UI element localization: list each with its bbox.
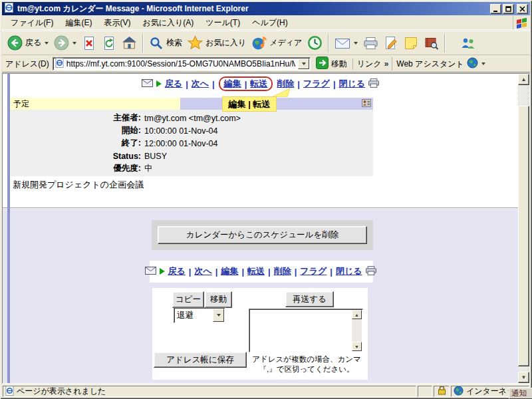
scroll-up-button[interactable]: ▲ bbox=[352, 310, 362, 319]
delete-button-container: カレンダーからこのスケジュールを削除 bbox=[152, 220, 373, 250]
highlight-annotation-box: 編集 | 転送 bbox=[219, 76, 273, 91]
nav-link-close[interactable]: 閉じる bbox=[339, 78, 366, 90]
edit-button[interactable] bbox=[381, 35, 401, 52]
forward-button[interactable] bbox=[51, 34, 79, 52]
address-input[interactable]: https://mf.yt.com:9100/Session/15-OMG7U0… bbox=[53, 57, 311, 70]
schedule-header-row: 予定 bbox=[10, 98, 373, 110]
envelope-icon bbox=[142, 79, 153, 89]
nav-link-next[interactable]: 次へ bbox=[194, 265, 211, 277]
nav-separator: | bbox=[297, 79, 300, 89]
chevron-down-icon bbox=[302, 63, 306, 65]
scrollbar-thumb[interactable] bbox=[518, 106, 529, 366]
go-icon bbox=[316, 57, 329, 71]
nav-link-flag[interactable]: フラグ bbox=[300, 265, 327, 277]
internet-globe-icon bbox=[454, 386, 464, 397]
nav-separator: | bbox=[215, 267, 218, 277]
nav-link-back[interactable]: 戻る bbox=[168, 265, 186, 277]
schedule-type-label: 予定 bbox=[10, 98, 180, 110]
refresh-button[interactable] bbox=[99, 35, 119, 52]
field-row-start: 開始: 10:00:00 01-Nov-04 bbox=[10, 124, 373, 137]
minimize-button[interactable] bbox=[490, 4, 501, 14]
go-button[interactable]: 移動 bbox=[314, 56, 349, 72]
note-button[interactable] bbox=[401, 35, 421, 52]
menu-file[interactable]: ファイル(F) bbox=[5, 15, 59, 31]
maximize-button[interactable] bbox=[503, 4, 514, 14]
stop-button[interactable] bbox=[79, 35, 99, 52]
menu-favorites[interactable]: お気に入り(A) bbox=[136, 15, 200, 31]
home-button[interactable] bbox=[119, 34, 140, 52]
address-dropdown-button[interactable] bbox=[298, 59, 309, 69]
nav-link-close[interactable]: 閉じる bbox=[336, 265, 362, 277]
delete-from-calendar-button[interactable]: カレンダーからこのスケジュールを削除 bbox=[158, 226, 367, 244]
nav-separator: | bbox=[330, 267, 332, 277]
mail-dropdown-icon bbox=[354, 42, 358, 45]
research-button[interactable] bbox=[421, 35, 442, 52]
nav-link-flag[interactable]: フラグ bbox=[303, 78, 330, 90]
sticky-note-icon bbox=[404, 36, 418, 51]
address-label: アドレス(D) bbox=[5, 59, 49, 70]
save-to-addressbook-button[interactable]: アドレス帳に保存 bbox=[154, 352, 247, 368]
links-menu[interactable]: リンク » bbox=[352, 59, 389, 70]
status-empty-panel bbox=[418, 386, 432, 397]
book-search-icon bbox=[424, 36, 439, 51]
printer-icon[interactable] bbox=[366, 266, 376, 277]
browser-window: tm@yt.com カレンダー Message - Microsoft Inte… bbox=[0, 0, 532, 399]
back-button[interactable]: 戻る bbox=[5, 34, 51, 52]
status-bar: ページが表示されました インターネット bbox=[2, 384, 530, 397]
scroll-down-button[interactable]: ▼ bbox=[518, 372, 529, 383]
refresh-icon bbox=[102, 36, 116, 51]
print-button[interactable] bbox=[360, 35, 381, 52]
nav-link-back[interactable]: 戻る bbox=[165, 78, 182, 90]
nav-link-forward[interactable]: 転送 bbox=[247, 265, 265, 277]
printer-icon[interactable] bbox=[368, 78, 379, 90]
close-button[interactable] bbox=[517, 4, 528, 14]
favorites-button[interactable]: お気に入り bbox=[185, 34, 249, 52]
note-line1: アドレスが複数の場合、カンマ bbox=[247, 354, 366, 364]
copy-button[interactable]: コピー bbox=[172, 291, 204, 308]
status-message-panel: ページが表示されました bbox=[3, 386, 416, 397]
scroll-down-button[interactable]: ▼ bbox=[352, 342, 362, 351]
favorites-label: お気に入り bbox=[205, 37, 246, 49]
resend-button[interactable]: 再送する bbox=[285, 291, 334, 307]
forward-dropdown-icon bbox=[72, 42, 76, 45]
nav-link-forward[interactable]: 転送 bbox=[250, 78, 267, 90]
web-assistant-menu[interactable]: Web アシスタント bbox=[392, 57, 485, 70]
search-button[interactable]: 検索 bbox=[146, 35, 185, 52]
archive-select[interactable]: 退避 bbox=[174, 307, 225, 323]
menu-help[interactable]: ヘルプ(H) bbox=[246, 15, 294, 31]
lock-icon bbox=[438, 386, 446, 397]
field-row-status: Status: BUSY bbox=[10, 150, 373, 162]
addresses-textarea[interactable]: ▲ ▼ bbox=[249, 309, 363, 352]
history-button[interactable] bbox=[305, 34, 325, 52]
nav-link-next[interactable]: 次へ bbox=[192, 78, 209, 90]
nav-link-delete[interactable]: 削除 bbox=[274, 265, 291, 277]
back-icon bbox=[7, 35, 23, 51]
menu-edit[interactable]: 編集(E) bbox=[59, 15, 98, 31]
webmail-page: 戻る | 次へ | 編集 | 転送 削除 | フラグ | 閉じる 編集 | 転送 bbox=[3, 74, 518, 383]
ie-page-icon bbox=[5, 386, 14, 397]
nav-separator: | bbox=[295, 267, 297, 277]
address-format-note: アドレスが複数の場合、カンマ 『,』で区切ってください。 bbox=[247, 354, 366, 374]
mail-button[interactable] bbox=[332, 35, 360, 51]
media-button[interactable]: メディア bbox=[249, 34, 305, 52]
menu-view[interactable]: 表示(V) bbox=[98, 15, 136, 31]
field-label: 主催者: bbox=[10, 112, 144, 124]
message-nav-top: 戻る | 次へ | 編集 | 転送 削除 | フラグ | 閉じる bbox=[3, 77, 518, 90]
content-viewport: 戻る | 次へ | 編集 | 転送 削除 | フラグ | 閉じる 編集 | 転送 bbox=[2, 73, 530, 384]
scroll-up-button[interactable]: ▲ bbox=[518, 74, 529, 85]
nav-separator: | bbox=[268, 267, 271, 277]
messenger-button[interactable] bbox=[458, 35, 479, 52]
nav-link-edit[interactable]: 編集 bbox=[221, 265, 238, 277]
schedule-header-bar bbox=[180, 98, 373, 110]
contact-icon[interactable] bbox=[362, 99, 371, 109]
textarea-scrollbar: ▲ ▼ bbox=[352, 310, 362, 351]
menu-tools[interactable]: ツール(T) bbox=[200, 15, 246, 31]
field-row-priority: 優先度: 中 bbox=[10, 162, 373, 175]
message-actions-form: コピー 移動 再送する 退避 ▲ ▼ アドレス帳に保存 アドレスが複数の場合、カ… bbox=[152, 288, 368, 380]
select-dropdown-button[interactable] bbox=[213, 309, 224, 322]
schedule-body-text: 新規開発プロジェクトの企画会議 bbox=[13, 179, 144, 191]
play-icon bbox=[160, 268, 165, 275]
move-button[interactable]: 移動 bbox=[205, 291, 232, 308]
nav-link-edit[interactable]: 編集 bbox=[224, 78, 241, 90]
field-label: 終了: bbox=[10, 138, 144, 149]
